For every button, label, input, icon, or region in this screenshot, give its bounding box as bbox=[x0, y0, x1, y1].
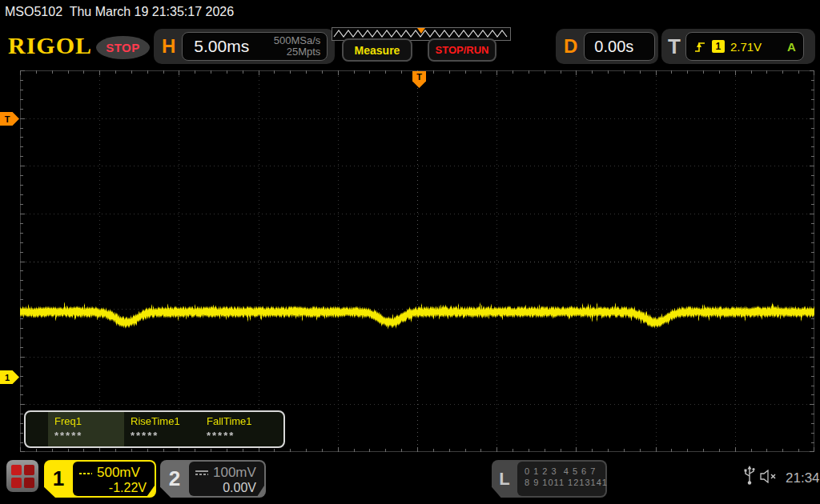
timebase-value: 5.00ms bbox=[194, 37, 249, 56]
measurement-label: RiseTime1 bbox=[131, 415, 200, 427]
trigger-block[interactable]: T 1 2.71V A bbox=[661, 29, 815, 64]
speaker-muted-icon[interactable] bbox=[760, 470, 781, 483]
delay-value: 0.00s bbox=[594, 38, 633, 56]
logic-channels-row1: 0 1 2 3 4 5 6 7 bbox=[525, 466, 605, 477]
red-square-icon bbox=[24, 465, 34, 475]
sample-rate-info: 500MSa/s 25Mpts bbox=[274, 35, 321, 58]
measurement-value: ***** bbox=[54, 430, 124, 442]
measurement-risetime1[interactable]: RiseTime1 ***** bbox=[124, 412, 200, 446]
measurement-label: FallTime1 bbox=[207, 415, 276, 427]
usb-icon bbox=[742, 466, 757, 486]
red-square-icon bbox=[11, 478, 22, 488]
red-square-icon bbox=[11, 465, 22, 475]
measure-button[interactable]: Measure bbox=[342, 38, 412, 62]
sample-rate: 500MSa/s bbox=[274, 35, 321, 46]
memory-depth: 25Mpts bbox=[274, 46, 321, 58]
dc-coupling-icon bbox=[79, 471, 92, 474]
logic-channels-row2: 8 9 1011 12131415 bbox=[525, 477, 605, 488]
model-and-datetime: MSO5102 Thu March 19 21:35:17 2026 bbox=[5, 5, 234, 19]
trigger-level-marker[interactable]: T bbox=[0, 112, 19, 126]
timebase-pill: 5.00ms 500MSa/s 25Mpts bbox=[182, 32, 328, 61]
trigger-source-badge: 1 bbox=[712, 40, 725, 53]
channel2-info: 100mV 0.00V bbox=[189, 462, 264, 496]
horizontal-label: H bbox=[162, 35, 175, 58]
delay-block[interactable]: D 0.00s bbox=[556, 29, 658, 64]
measurement-value: ***** bbox=[207, 430, 276, 442]
channel2-offset: 0.00V bbox=[189, 481, 264, 495]
measurement-panel[interactable]: Freq1 ***** RiseTime1 ***** FallTime1 **… bbox=[24, 410, 285, 448]
rigol-logo: RIGOL bbox=[8, 32, 92, 59]
function-grid-icon[interactable] bbox=[6, 460, 38, 492]
trigger-pill: 1 2.71V A bbox=[685, 32, 804, 61]
horizontal-timebase-block[interactable]: H 5.00ms 500MSa/s 25Mpts bbox=[154, 29, 335, 64]
channel1-offset: -1.22V bbox=[73, 481, 155, 495]
channel2-scale: 100mV bbox=[213, 465, 256, 481]
measurement-value: ***** bbox=[131, 430, 200, 442]
delay-label: D bbox=[564, 35, 577, 58]
measurement-falltime1[interactable]: FallTime1 ***** bbox=[200, 412, 276, 446]
clock: 21:34 bbox=[786, 470, 820, 486]
stop-run-button[interactable]: STOP/RUN bbox=[428, 38, 496, 62]
measurement-freq1[interactable]: Freq1 ***** bbox=[48, 412, 124, 446]
channel1-number: 1 bbox=[44, 460, 73, 498]
preview-trigger-position-icon[interactable] bbox=[417, 28, 425, 34]
trigger-mode: A bbox=[787, 40, 796, 54]
channel1-scale: 500mV bbox=[97, 465, 140, 481]
dc-coupling-icon bbox=[195, 470, 208, 475]
run-state-badge: STOP bbox=[96, 36, 150, 59]
logic-analyzer-badge[interactable]: L 0 1 2 3 4 5 6 7 8 9 1011 12131415 bbox=[492, 460, 607, 498]
channel1-ground-marker[interactable]: 1 bbox=[0, 370, 19, 384]
logic-analyzer-label: L bbox=[492, 460, 517, 498]
red-square-icon bbox=[24, 478, 34, 488]
trigger-label: T bbox=[668, 34, 681, 59]
trigger-level-value: 2.71V bbox=[730, 40, 762, 54]
waveform-display[interactable] bbox=[20, 70, 814, 452]
channel2-badge[interactable]: 2 100mV 0.00V bbox=[160, 460, 266, 498]
channel1-badge[interactable]: 1 500mV -1.22V bbox=[44, 460, 156, 498]
channel1-info: 500mV -1.22V bbox=[73, 462, 155, 496]
delay-pill: 0.00s bbox=[584, 32, 655, 61]
channel2-number: 2 bbox=[160, 460, 189, 498]
logic-channels: 0 1 2 3 4 5 6 7 8 9 1011 12131415 bbox=[517, 462, 605, 496]
rising-edge-icon bbox=[693, 39, 706, 54]
top-status-bar: MSO5102 Thu March 19 21:35:17 2026 bbox=[0, 0, 820, 24]
measurement-label: Freq1 bbox=[54, 415, 124, 427]
